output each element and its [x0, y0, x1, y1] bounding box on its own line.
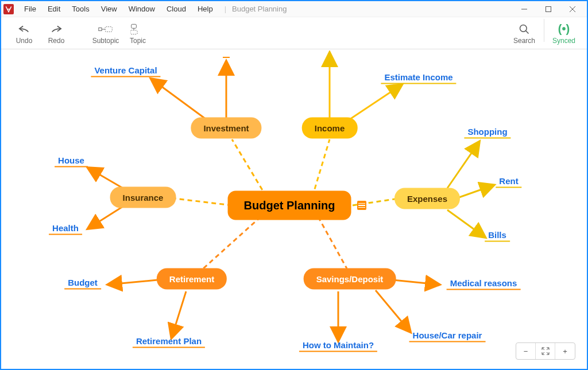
svg-line-13 — [312, 139, 330, 197]
svg-line-11 — [526, 30, 529, 33]
leaf-health[interactable]: Health — [49, 222, 82, 235]
svg-line-16 — [203, 217, 261, 268]
topic-label: Topic — [130, 37, 146, 45]
sync-label: Synced — [552, 37, 575, 45]
redo-button[interactable]: Redo — [40, 19, 72, 48]
menu-edit[interactable]: Edit — [42, 2, 66, 15]
menu-window[interactable]: Window — [123, 2, 161, 15]
menu-help[interactable]: Help — [192, 2, 219, 15]
topic-savings[interactable]: Savings/Deposit — [304, 268, 396, 290]
svg-line-24 — [447, 210, 485, 237]
svg-line-25 — [393, 280, 439, 285]
menu-tools[interactable]: Tools — [66, 2, 95, 15]
undo-button[interactable]: Undo — [8, 19, 40, 48]
zoom-in-button[interactable]: + — [555, 343, 575, 359]
topic-insurance[interactable]: Insurance — [110, 187, 176, 208]
subtopic-label: Subtopic — [92, 37, 119, 45]
leaf-house-car-repair[interactable]: House/Car repair — [409, 329, 486, 342]
toolbar: Undo Redo Subtopic Topic — [1, 17, 587, 49]
document-title: Budget Planning — [232, 5, 287, 13]
close-button[interactable] — [560, 1, 585, 17]
leaf-house[interactable]: House — [55, 154, 88, 168]
svg-line-23 — [456, 185, 493, 198]
title-separator: | — [225, 5, 226, 13]
svg-line-26 — [376, 290, 410, 332]
svg-line-28 — [172, 291, 186, 337]
search-button[interactable]: Search — [508, 19, 540, 48]
app-icon — [3, 4, 14, 14]
menu-view[interactable]: View — [95, 2, 123, 15]
svg-line-29 — [109, 280, 157, 285]
search-icon — [519, 22, 530, 37]
menu-bar: File Edit Tools View Window Cloud Help — [18, 2, 219, 15]
undo-icon — [18, 22, 30, 37]
svg-line-31 — [88, 207, 123, 228]
leaf-how-maintain[interactable]: How to Maintain? — [299, 339, 377, 352]
leaf-rent[interactable]: Rent — [496, 175, 521, 188]
topic-icon — [130, 22, 145, 37]
redo-label: Redo — [48, 37, 65, 45]
leaf-budget[interactable]: Budget — [64, 276, 101, 290]
svg-line-12 — [232, 139, 266, 197]
svg-line-15 — [318, 217, 347, 268]
subtopic-button[interactable]: Subtopic — [90, 19, 122, 48]
leaf-bills[interactable]: Bills — [485, 229, 510, 242]
leaf-venture-capital[interactable]: Venture Capital — [91, 64, 160, 77]
leaf-retirement-plan[interactable]: Retirement Plan — [133, 335, 205, 348]
fit-screen-button[interactable] — [536, 343, 555, 359]
svg-point-10 — [520, 25, 527, 32]
svg-rect-7 — [131, 24, 137, 28]
sync-status[interactable]: (•) Synced — [548, 19, 580, 48]
subtopic-icon — [98, 22, 113, 37]
redo-icon — [50, 22, 63, 37]
leaf-shopping[interactable]: Shopping — [464, 126, 510, 139]
maximize-button[interactable] — [536, 1, 560, 17]
svg-rect-6 — [105, 26, 112, 32]
menu-file[interactable]: File — [18, 2, 42, 15]
svg-rect-1 — [546, 6, 551, 11]
mindmap-canvas[interactable]: Budget Planning Investment Income Expens… — [2, 50, 586, 368]
undo-label: Undo — [16, 37, 33, 45]
svg-line-17 — [175, 198, 232, 205]
svg-line-22 — [447, 142, 479, 188]
svg-rect-9 — [130, 30, 137, 34]
svg-rect-4 — [99, 28, 102, 30]
svg-line-18 — [152, 79, 206, 119]
topic-income[interactable]: Income — [302, 118, 358, 139]
note-icon[interactable] — [357, 201, 366, 210]
zoom-controls: − + — [516, 342, 575, 360]
topic-expenses[interactable]: Expenses — [394, 188, 460, 209]
sync-icon: (•) — [558, 22, 570, 37]
titlebar: File Edit Tools View Window Cloud Help |… — [1, 1, 587, 17]
leaf-estimate-income[interactable]: Estimate Income — [381, 71, 456, 84]
leaf-medical-reasons[interactable]: Medical reasons — [447, 277, 521, 290]
topic-retirement[interactable]: Retirement — [157, 268, 227, 290]
leaf-investment-top[interactable] — [223, 54, 230, 58]
svg-line-30 — [88, 168, 123, 188]
svg-line-21 — [350, 85, 401, 119]
topic-investment[interactable]: Investment — [191, 118, 261, 139]
central-topic[interactable]: Budget Planning — [228, 191, 351, 220]
minimize-button[interactable] — [512, 1, 536, 17]
menu-cloud[interactable]: Cloud — [161, 2, 192, 15]
search-label: Search — [513, 37, 535, 45]
zoom-out-button[interactable]: − — [516, 343, 536, 359]
topic-button[interactable]: Topic — [122, 19, 154, 48]
